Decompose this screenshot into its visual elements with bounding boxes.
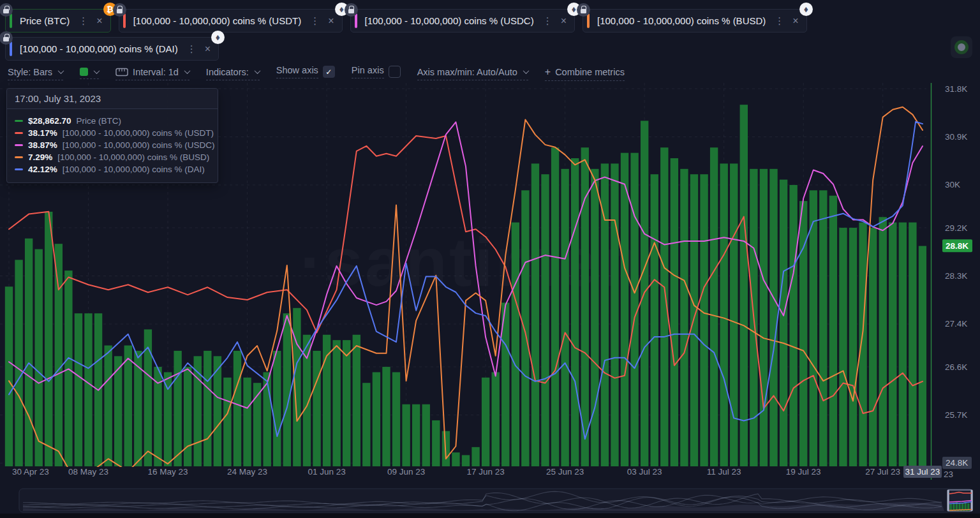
price-bar <box>422 404 430 466</box>
price-bar <box>740 105 748 466</box>
style-dropdown[interactable]: Style: Bars <box>8 67 63 80</box>
price-bar <box>571 158 579 466</box>
price-bar <box>541 174 549 466</box>
tooltip-label: [100,000 - 10,000,000) coins % (USDC) <box>63 139 215 151</box>
price-bar <box>591 169 598 466</box>
price-tick-label: 25.7K <box>945 410 967 420</box>
price-bar <box>819 190 827 466</box>
metric-color-bar <box>10 13 12 28</box>
metric-tab[interactable]: [100,000 - 10,000,000) coins % (USDT)⋮×◆ <box>119 9 343 33</box>
close-icon[interactable]: × <box>205 43 211 55</box>
price-bar <box>581 147 589 466</box>
series-dash-icon <box>15 132 23 134</box>
tooltip-row: $28,862.70Price (BTC) <box>15 115 210 127</box>
show-axis-toggle[interactable]: Show axis ✓ <box>276 65 335 82</box>
price-bar <box>780 180 787 466</box>
kebab-menu-icon[interactable]: ⋮ <box>310 15 320 27</box>
date-tick-label: 08 May 23 <box>68 467 108 477</box>
price-axis: 31.8K30.9K30K29.2K28.3K27.4K26.6K25.7K24… <box>932 83 973 480</box>
pin-axis-checkbox[interactable] <box>389 66 401 78</box>
close-icon[interactable]: × <box>792 15 798 27</box>
brush-handle-left[interactable] <box>947 490 949 511</box>
date-tick-label: 27 Jul 23 <box>865 467 900 477</box>
price-bar <box>651 174 658 466</box>
price-bar <box>373 372 380 466</box>
price-tick-label: 30K <box>945 180 960 189</box>
price-bar <box>84 313 92 466</box>
tooltip-label: Price (BTC) <box>77 115 122 127</box>
metric-tab[interactable]: [100,000 - 10,000,000) coins % (USDC)⋮×◆ <box>350 9 575 33</box>
price-bar <box>611 163 618 466</box>
price-bar <box>353 335 360 466</box>
metric-tab[interactable]: Price (BTC)⋮×₿ <box>5 9 111 33</box>
price-bar <box>15 260 22 466</box>
price-bar <box>184 367 191 466</box>
price-bar <box>769 169 777 466</box>
series-dash-icon <box>15 156 23 158</box>
metric-color-bar <box>123 13 126 28</box>
price-bar <box>402 404 410 466</box>
pin-axis-toggle[interactable]: Pin axis <box>352 65 401 82</box>
price-bar <box>313 351 320 466</box>
price-bar <box>909 223 916 466</box>
show-axis-checkbox[interactable]: ✓ <box>323 66 335 78</box>
price-tick-label: 28.3K <box>945 271 967 281</box>
metric-tab[interactable]: [100,000 - 10,000,000) coins % (BUSD)⋮×◆ <box>583 9 807 33</box>
preview-strip[interactable] <box>19 489 972 512</box>
show-axis-label: Show axis <box>276 65 318 78</box>
tooltip-label: [100,000 - 10,000,000) coins % (DAI) <box>63 163 205 175</box>
chart-tooltip: 17:00, July 31, 2023 $28,862.70Price (BT… <box>6 88 218 183</box>
tooltip-value: $28,862.70 <box>28 115 71 127</box>
interval-dropdown[interactable]: Interval: 1d <box>115 67 189 80</box>
chevron-down-icon <box>184 68 190 74</box>
metric-tab-label: [100,000 - 10,000,000) coins % (BUSD) <box>597 15 766 26</box>
price-bar <box>730 163 738 466</box>
kebab-menu-icon[interactable]: ⋮ <box>187 43 197 55</box>
date-tick-label: 30 Apr 23 <box>12 467 49 477</box>
kebab-menu-icon[interactable]: ⋮ <box>775 15 785 27</box>
axis-maxmin-dropdown[interactable]: Axis max/min: Auto/Auto <box>417 67 528 80</box>
plus-icon: + <box>545 66 551 78</box>
interval-label: Interval: 1d <box>133 67 179 77</box>
combine-metrics-label: Combine metrics <box>555 67 625 77</box>
date-tick-label: 24 May 23 <box>227 467 267 477</box>
color-swatch <box>80 68 88 76</box>
preview-brush[interactable] <box>947 490 973 511</box>
footer-bar <box>0 514 980 518</box>
svg-text:24.8K: 24.8K <box>946 458 968 468</box>
close-icon[interactable]: × <box>96 15 102 27</box>
price-bar <box>332 340 340 466</box>
price-bar <box>710 147 718 466</box>
price-bar <box>671 158 678 466</box>
price-bar <box>810 190 817 466</box>
kebab-menu-icon[interactable]: ⋮ <box>78 15 89 27</box>
date-tick-label: 25 Jun 23 <box>546 467 584 477</box>
metric-tab-label: Price (BTC) <box>20 15 70 26</box>
kebab-menu-icon[interactable]: ⋮ <box>543 15 553 27</box>
combine-metrics-button[interactable]: + Combine metrics <box>545 66 625 81</box>
close-icon[interactable]: × <box>328 15 334 27</box>
svg-text:31 Jul 23: 31 Jul 23 <box>905 467 940 477</box>
eth-coin-icon: ◆ <box>211 31 225 44</box>
close-icon[interactable]: × <box>561 15 567 27</box>
series-dash-icon <box>15 144 23 146</box>
series-dash-icon <box>15 120 23 122</box>
tooltip-value: 7.29% <box>28 151 52 163</box>
price-bar <box>462 455 470 466</box>
price-bar <box>690 174 698 466</box>
bar-color-dropdown[interactable] <box>80 68 99 79</box>
chart-toolbar: Style: Bars Interval: 1d Indicators: Sho… <box>8 65 625 82</box>
price-bar <box>343 340 350 466</box>
pin-axis-label: Pin axis <box>352 65 384 78</box>
green-dot-icon <box>954 40 969 54</box>
chevron-down-icon <box>254 68 260 74</box>
metric-tab[interactable]: [100,000 - 10,000,000) coins % (DAI)⋮×◆ <box>5 37 219 61</box>
price-bar <box>412 404 420 466</box>
price-tick-label: 31.8K <box>945 84 967 94</box>
status-indicator-button[interactable] <box>951 36 972 58</box>
metric-color-bar <box>587 13 590 28</box>
indicators-dropdown[interactable]: Indicators: <box>206 67 260 80</box>
date-tick-label: 17 Jun 23 <box>466 467 504 477</box>
price-bar <box>75 313 82 466</box>
price-bar <box>243 378 251 466</box>
